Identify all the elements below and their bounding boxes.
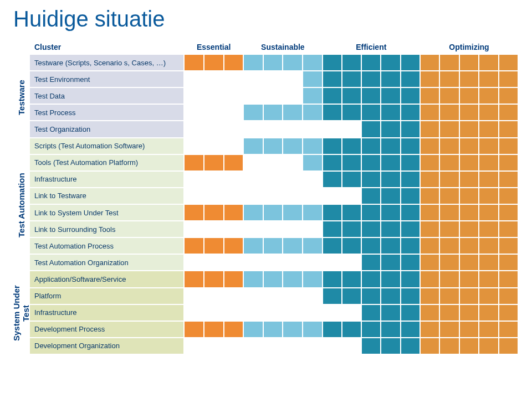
maturity-cell <box>381 221 400 237</box>
maturity-cell <box>499 288 518 304</box>
maturity-cell <box>420 138 439 154</box>
maturity-cell <box>479 254 498 271</box>
maturity-cell <box>303 71 323 87</box>
maturity-cell <box>263 221 283 237</box>
maturity-cell <box>401 138 420 154</box>
maturity-cell <box>263 204 283 221</box>
maturity-cell <box>459 171 479 188</box>
maturity-cell <box>459 188 479 204</box>
maturity-cell <box>303 271 323 287</box>
maturity-cell <box>479 271 498 287</box>
maturity-cell <box>459 71 479 87</box>
maturity-cell <box>479 138 498 154</box>
maturity-cell <box>323 221 342 237</box>
maturity-cell <box>439 71 459 87</box>
maturity-cell <box>184 321 204 338</box>
row-label: Test Automation Organization <box>29 254 184 271</box>
row-label: Test Process <box>29 104 184 121</box>
maturity-cell <box>243 237 263 254</box>
maturity-cell <box>479 221 498 237</box>
maturity-cell <box>439 237 459 254</box>
maturity-cell <box>303 54 323 71</box>
maturity-cell <box>342 104 361 121</box>
maturity-cell <box>283 221 303 237</box>
maturity-cell <box>283 154 303 171</box>
maturity-cell <box>439 204 459 221</box>
maturity-cell <box>420 204 439 221</box>
maturity-cell <box>479 204 498 221</box>
maturity-cell <box>499 321 518 338</box>
table-row: Development Process <box>29 321 518 338</box>
maturity-cell <box>224 288 244 304</box>
maturity-cell <box>381 71 400 87</box>
maturity-cell <box>342 271 361 287</box>
maturity-cell <box>361 104 381 121</box>
header-row: Cluster Essential Sustainable Efficient … <box>29 40 518 54</box>
row-label: Infrastructure <box>29 304 184 321</box>
maturity-cell <box>439 338 459 354</box>
maturity-cell <box>204 71 224 87</box>
row-label: Tools (Test Automation Platform) <box>29 154 184 171</box>
row-label: Test Data <box>29 87 184 104</box>
maturity-cell <box>420 171 439 188</box>
table-row: Infrastructure <box>29 171 518 188</box>
row-label: Development Organization <box>29 338 184 354</box>
maturity-cell <box>283 204 303 221</box>
maturity-cell <box>439 171 459 188</box>
row-label: Application/Software/Service <box>29 271 184 287</box>
maturity-cell <box>303 154 323 171</box>
maturity-cell <box>439 104 459 121</box>
maturity-cell <box>263 254 283 271</box>
maturity-cell <box>459 54 479 71</box>
maturity-cell <box>204 138 224 154</box>
table-row: Test Data <box>29 87 518 104</box>
maturity-cell <box>224 188 244 204</box>
maturity-cell <box>303 138 323 154</box>
maturity-cell <box>204 304 224 321</box>
page-title: Huidige situatie <box>13 7 519 32</box>
maturity-cell <box>323 104 342 121</box>
maturity-cell <box>420 237 439 254</box>
maturity-cell <box>420 154 439 171</box>
maturity-cell <box>401 237 420 254</box>
maturity-cell <box>243 321 263 338</box>
maturity-cell <box>323 288 342 304</box>
maturity-cell <box>401 271 420 287</box>
maturity-cell <box>381 321 400 338</box>
maturity-cell <box>303 338 323 354</box>
maturity-cell <box>401 304 420 321</box>
maturity-cell <box>224 138 244 154</box>
row-label: Test Organization <box>29 121 184 137</box>
maturity-cell <box>204 338 224 354</box>
maturity-cell <box>361 254 381 271</box>
maturity-cell <box>283 288 303 304</box>
maturity-cell <box>323 138 342 154</box>
table-row: Infrastructure <box>29 304 518 321</box>
table-row: Tools (Test Automation Platform) <box>29 154 518 171</box>
maturity-cell <box>283 138 303 154</box>
maturity-cell <box>420 254 439 271</box>
maturity-cell <box>204 221 224 237</box>
maturity-cell <box>361 221 381 237</box>
vlabel-testware: Testware <box>13 56 29 139</box>
row-label: Platform <box>29 288 184 304</box>
maturity-cell <box>499 221 518 237</box>
maturity-cell <box>381 237 400 254</box>
maturity-cell <box>499 121 518 137</box>
maturity-cell <box>263 154 283 171</box>
maturity-cell <box>303 204 323 221</box>
row-label: Test Environment <box>29 71 184 87</box>
maturity-cell <box>499 54 518 71</box>
table-row: Development Organization <box>29 338 518 354</box>
maturity-cell <box>439 288 459 304</box>
row-label: Testware (Scripts, Scenario s, Cases, …) <box>29 54 184 71</box>
maturity-cell <box>263 87 283 104</box>
maturity-cell <box>243 271 263 287</box>
row-label: Link to Surrounding Tools <box>29 221 184 237</box>
maturity-cell <box>263 338 283 354</box>
maturity-cell <box>243 288 263 304</box>
maturity-cell <box>204 188 224 204</box>
maturity-cell <box>224 237 244 254</box>
maturity-cell <box>499 138 518 154</box>
maturity-cell <box>283 304 303 321</box>
